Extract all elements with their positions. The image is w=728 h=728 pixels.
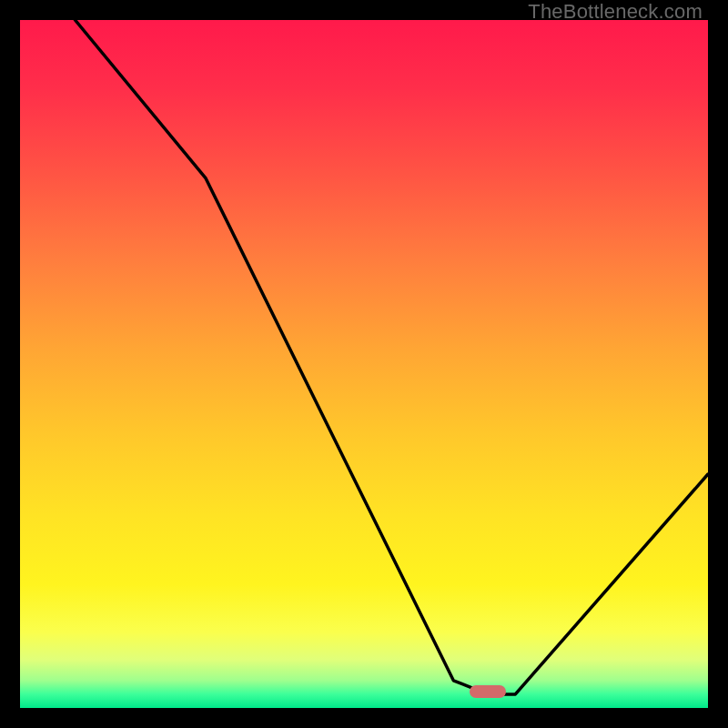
bottleneck-curve [20,20,708,708]
optimum-marker [470,685,506,698]
curve-path [76,20,709,694]
watermark-text: TheBottleneck.com [528,0,703,24]
